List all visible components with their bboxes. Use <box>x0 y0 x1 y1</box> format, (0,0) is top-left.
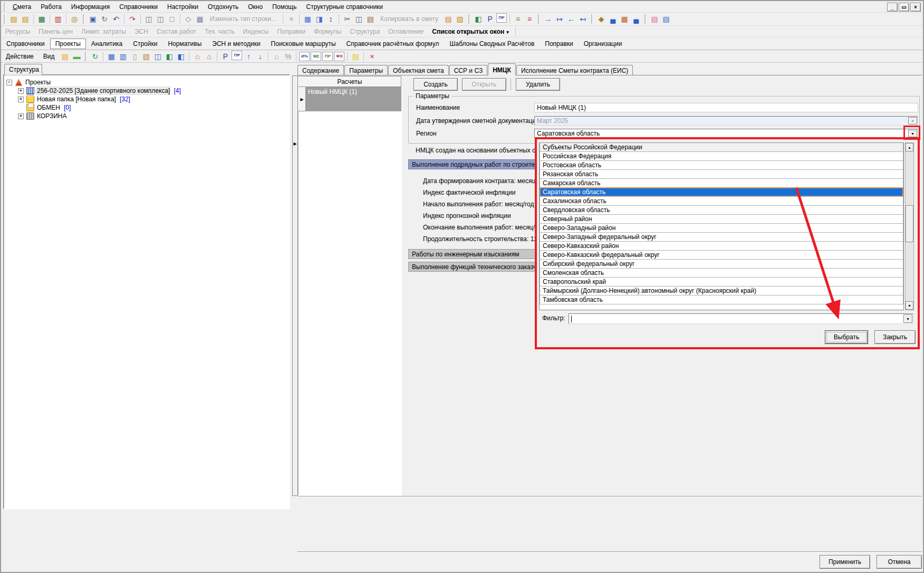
main-tab[interactable]: ЭСН и методики <box>207 39 265 49</box>
region-list-item[interactable]: Рязанская область <box>540 169 903 179</box>
pr-marker-icon[interactable]: ПР <box>496 13 507 23</box>
close-icon[interactable]: × <box>910 3 921 12</box>
tree-expander-icon[interactable] <box>18 113 24 119</box>
document-tab[interactable]: ССР и СЗ <box>449 65 488 75</box>
document-tab[interactable]: НМЦК <box>488 63 516 75</box>
tree-item[interactable]: КОРЗИНА <box>5 112 288 120</box>
folder-collapse-icon[interactable]: ▬ <box>71 51 82 62</box>
menu-item[interactable]: Информация <box>66 2 114 12</box>
region-list-item[interactable]: Саратовская область <box>540 187 903 197</box>
menu-item[interactable]: Вид <box>38 52 60 61</box>
p-marker-icon[interactable]: P <box>484 13 496 25</box>
document-tab[interactable]: Объектная смета <box>388 65 449 75</box>
cut-icon[interactable]: ✂ <box>341 13 353 25</box>
calc-list-row[interactable]: ▶ Новый НМЦК (1) <box>298 87 401 111</box>
search-icon[interactable]: ◎ <box>69 13 80 25</box>
pr-box-icon[interactable]: ПР <box>232 51 242 60</box>
house-send-icon[interactable]: ⌂ <box>203 51 215 62</box>
save-icon[interactable]: ▣ <box>87 13 99 25</box>
truck-icon[interactable]: ▄ <box>607 13 619 25</box>
region-list-item[interactable]: Сахалинская область <box>540 196 903 206</box>
export-building-icon[interactable]: ◫ <box>152 51 163 62</box>
menu-item[interactable]: Окно <box>243 2 267 12</box>
tree-item-label[interactable]: ОБМЕН <box>37 104 60 111</box>
region-list-item[interactable]: Тамбовская область <box>540 295 903 304</box>
tree-item-label[interactable]: КОРЗИНА <box>37 112 66 120</box>
toolbar-label-button[interactable]: ЭСН <box>130 28 152 35</box>
excel-export-icon[interactable]: ▦ <box>36 13 47 25</box>
toolbar-label-button[interactable]: Индексы <box>239 28 273 35</box>
index-doc-icon[interactable]: И% <box>299 52 310 61</box>
paste-rows-icon[interactable]: ▤ <box>442 13 454 25</box>
dropdown-close-button[interactable]: Закрыть <box>874 330 916 344</box>
region-list-item[interactable]: Самарская область <box>540 178 903 188</box>
collapse-arrow-icon[interactable]: ▶ <box>293 141 296 146</box>
outdent-branch-icon[interactable]: ↤ <box>577 13 589 25</box>
arrow-up-icon[interactable]: ↑ <box>243 51 254 62</box>
scroll-down-icon[interactable]: ▼ <box>906 301 913 310</box>
table-add-icon[interactable]: ▦ <box>302 13 313 25</box>
scrollbar-thumb[interactable] <box>906 205 913 242</box>
books-pink-icon[interactable]: ▤ <box>649 13 660 25</box>
page-add-icon[interactable]: ▯ <box>129 51 140 62</box>
menu-item[interactable]: Отдохнуть <box>203 2 243 12</box>
toolbar-label-button[interactable]: Лимит. затраты <box>77 28 130 35</box>
pdf-export-icon[interactable]: ▥ <box>52 13 64 25</box>
region-list-item[interactable]: Свердловская область <box>540 205 903 215</box>
calc-item-selected[interactable]: Новый НМЦК (1) <box>306 87 401 111</box>
scroll-up-icon[interactable]: ▲ <box>906 143 913 151</box>
refresh-icon[interactable]: ↻ <box>99 13 110 25</box>
main-tab[interactable]: Поправки <box>540 39 578 49</box>
tree-item[interactable]: 256-02-2025 [Здание спортивного комплекс… <box>5 87 288 95</box>
book-send-icon[interactable]: ◧ <box>175 51 187 62</box>
region-list-item[interactable]: Таймырский (Долгано-Ненецкий) автономный… <box>540 286 903 295</box>
open-button[interactable]: Открыть <box>462 78 506 91</box>
region-list-item[interactable]: Смоленская область <box>540 268 903 278</box>
region-list-item[interactable]: Северный район <box>540 214 903 224</box>
p-box-icon[interactable]: P <box>219 51 231 62</box>
safe-add-icon[interactable]: ◫ <box>155 13 166 25</box>
create-button[interactable]: Создать <box>413 78 458 91</box>
tree-send-icon[interactable]: ▤ <box>20 13 31 25</box>
filter-input[interactable]: ▼ <box>569 313 913 324</box>
tree-item-label[interactable]: Новая папка [Новая папка] <box>37 96 116 103</box>
tree-structure-icon[interactable]: ▤ <box>8 13 20 25</box>
document-tab[interactable]: Параметры <box>344 65 388 75</box>
document-tab[interactable]: Содержание <box>297 65 344 75</box>
tree-item[interactable]: Проекты <box>5 78 288 87</box>
apply-button[interactable]: Применить <box>820 555 870 569</box>
menu-item[interactable]: Помощь <box>267 2 301 12</box>
menu-item[interactable]: Настройки <box>162 2 203 12</box>
indent-level-icon[interactable]: → <box>542 13 554 25</box>
fz-icon[interactable]: ФЗ <box>334 52 344 61</box>
region-list-item[interactable]: Ставропольский край <box>540 277 903 286</box>
toolbar-label-button[interactable]: Поправки <box>273 28 310 35</box>
menu-item[interactable]: Структурные справочники <box>301 2 388 12</box>
name-field[interactable]: Новый НМЦК (1) <box>534 103 918 112</box>
toolbar-label-button[interactable]: Панель цен <box>34 28 77 35</box>
tree-expander-icon[interactable] <box>18 97 24 102</box>
toolbar-label-button[interactable]: Оглавление <box>384 28 428 35</box>
copy-gear-icon[interactable]: ◇ <box>182 13 194 25</box>
outdent-level-icon[interactable]: ← <box>565 13 577 25</box>
delete-x-icon[interactable]: × <box>366 51 378 62</box>
row-updown-icon[interactable]: ↕ <box>325 13 336 25</box>
region-list-item[interactable]: Субъекты Российской Федерации <box>540 142 903 152</box>
menu-item[interactable]: Действие <box>1 52 38 61</box>
filter-dropdown-arrow-icon[interactable]: ▼ <box>903 314 912 323</box>
tree-item-label[interactable]: 256-02-2025 [Здание спортивного комплекс… <box>37 87 170 94</box>
main-tab[interactable]: Проекты <box>50 39 86 49</box>
menu-item[interactable]: Справочники <box>114 2 162 12</box>
region-dropdown-arrow-icon[interactable]: ▼ <box>908 130 917 137</box>
estimate-add-icon[interactable]: ▥ <box>117 51 129 62</box>
toolbar-label-button[interactable]: Копировать в смету <box>376 15 442 23</box>
arrow-down-icon[interactable]: ↓ <box>254 51 266 62</box>
close-x-icon[interactable]: × <box>285 13 297 25</box>
region-list-scrollbar[interactable]: ▲ ▼ <box>905 142 914 310</box>
main-tab[interactable]: Стройки <box>128 39 162 49</box>
delete-button[interactable]: Удалить <box>516 78 560 91</box>
main-tab[interactable]: Шаблоны Сводных Расчётов <box>444 39 540 49</box>
approval-date-field[interactable]: Март 2025 ▼ <box>534 116 918 126</box>
region-list-item[interactable]: Северо-Кавказский район <box>540 241 903 251</box>
main-tab[interactable]: Справочник расчётных формул <box>341 39 445 49</box>
